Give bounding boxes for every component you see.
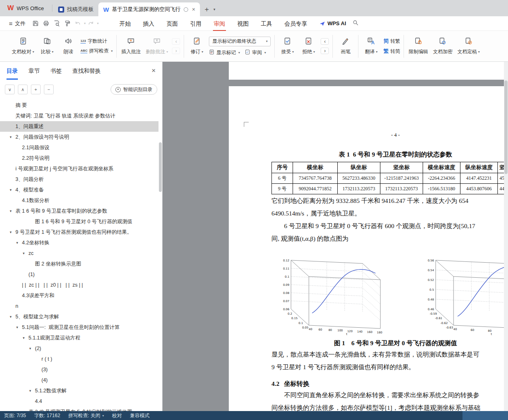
outline-item[interactable]: ▾5.1问题一: 观测卫星在任意时刻的位置计算 xyxy=(0,322,158,333)
outline-item[interactable]: 图 1 6 号和 9 号卫星对 0 号飞行器的观测值 xyxy=(0,216,158,227)
status-page[interactable]: 页面: 7/35 xyxy=(4,412,26,419)
sidebar-tab-toc[interactable]: 目录 xyxy=(7,62,18,80)
traditional-to-simplified-button[interactable]: 繁 转简 xyxy=(383,48,400,55)
restrict-editing-button[interactable]: 限制编辑 xyxy=(406,33,430,59)
outline-item[interactable]: 2.1问题假设 xyxy=(0,142,158,153)
wps-home-button[interactable]: W WPS Office xyxy=(0,0,51,16)
previous-comment-button[interactable]: ‹ xyxy=(172,38,180,45)
menu-tab-page[interactable]: 页面 xyxy=(161,16,184,31)
word-count-button[interactable]: 123 字数统计 xyxy=(80,38,113,45)
insert-comment-button[interactable]: 插入批注 xyxy=(119,33,143,59)
outline-item[interactable]: ▾5、模型建立与求解 xyxy=(0,311,158,322)
outline-item[interactable]: ▾表 1 6 号和 9 号卫星在零时刻的状态参数 xyxy=(0,206,158,216)
accept-revision-button[interactable]: 接受▾ xyxy=(277,33,297,59)
doc-proofread-button[interactable]: 文档校对▾ xyxy=(10,33,36,59)
track-changes-button[interactable]: 修订▾ xyxy=(187,33,207,59)
outline-item[interactable]: 表 2 (9 号观测卫星在 5 个特定时刻的三维位置 xyxy=(0,407,158,411)
document-area[interactable]: - 4 - 表 1 6 号和 9 号卫星在零时刻的状态参数 序号横坐标纵坐标竖坐… xyxy=(163,62,508,411)
outline-expand-icon[interactable]: ▾ xyxy=(10,132,12,142)
delete-comment-button[interactable]: 删除批注▾ xyxy=(143,33,170,59)
next-revision-button[interactable]: › xyxy=(321,48,329,54)
sidebar-scrollbar-thumb[interactable] xyxy=(159,142,162,192)
print-preview-button[interactable] xyxy=(52,19,62,28)
compare-button[interactable]: 比较▾ xyxy=(37,33,57,59)
tab-document-active[interactable]: W 基于卫星无源探测的空间飞行... × xyxy=(98,2,200,16)
menu-tab-insert[interactable]: 插入 xyxy=(137,16,161,31)
search-button[interactable] xyxy=(352,19,359,28)
outline-expand-icon[interactable]: ▾ xyxy=(10,227,12,237)
outline-item[interactable]: 4.3误差平方和 xyxy=(0,290,158,301)
outline-item[interactable]: i 号观测卫星对 j 号空间飞行器在观测坐标系 xyxy=(0,163,158,174)
outline-item[interactable]: ▾5.1.1观测卫星运动方程 xyxy=(0,333,158,343)
previous-revision-button[interactable]: ‹ xyxy=(321,38,329,45)
outline-item[interactable]: ▾zc xyxy=(0,248,158,259)
translate-button[interactable]: 文 翻译▾ xyxy=(361,33,381,59)
sidebar-close-icon[interactable]: × xyxy=(152,67,156,75)
collapse-all-button[interactable]: ∨ xyxy=(5,85,15,94)
status-compat-mode[interactable]: 兼容模式 xyxy=(130,412,150,419)
file-menu-button[interactable]: ≡ 文件 xyxy=(4,20,30,27)
sidebar-tab-chapter[interactable]: 章节 xyxy=(28,62,40,80)
outline-item[interactable]: ▾5.1.2数值求解 xyxy=(0,385,158,396)
outline-expand-icon[interactable]: ▾ xyxy=(29,385,31,396)
outline-item[interactable]: 1、问题重述 xyxy=(0,121,158,132)
undo-button[interactable] xyxy=(73,19,83,28)
tab-template[interactable]: 找稿壳模板 xyxy=(53,2,98,16)
sidebar-tab-bookmark[interactable]: 书签 xyxy=(50,62,62,80)
menu-tab-review[interactable]: 审阅 xyxy=(208,16,231,31)
expand-level-button[interactable]: + xyxy=(31,85,41,94)
outline-expand-icon[interactable]: ▾ xyxy=(16,237,18,248)
show-markup-button[interactable]: 显示标记▾ xyxy=(209,49,240,56)
outline-item[interactable]: 4.4 xyxy=(0,396,158,407)
outline-item[interactable]: r ( t ) xyxy=(0,354,158,364)
status-spellcheck[interactable]: 拼写检查: 关闭▾ xyxy=(68,412,104,419)
menu-tab-view[interactable]: 视图 xyxy=(231,16,255,31)
document-scrollbar-thumb[interactable] xyxy=(504,81,508,174)
outline-item[interactable]: | | zc | | | | z0 | | | | zs | | xyxy=(0,280,158,290)
outline-expand-icon[interactable]: ▾ xyxy=(23,333,25,343)
outline-item[interactable]: ▾9 号卫星对 1 号飞行器所测观测值也有同样的结果。 xyxy=(0,227,158,237)
outline-item[interactable]: 2.2符号说明 xyxy=(0,153,158,163)
outline-item[interactable]: 关键词: 卫星 飞行器 轨道 系统误差 参数估计 xyxy=(0,111,158,121)
outline-expand-icon[interactable]: ▾ xyxy=(16,322,18,333)
outline-item[interactable]: (1) xyxy=(0,269,158,280)
outline-item[interactable]: (3) xyxy=(0,364,158,375)
status-wordcount[interactable]: 字数: 17162 xyxy=(34,412,60,419)
outline-item[interactable]: (4) xyxy=(0,375,158,385)
finalize-document-button[interactable]: 文档定稿▾ xyxy=(455,33,482,59)
outline-item[interactable]: ▾(2) xyxy=(0,343,158,354)
review-button[interactable]: 审阅▾ xyxy=(245,49,266,56)
tab-list-caret-icon[interactable]: ▾ xyxy=(213,2,219,16)
outline-expand-icon[interactable]: ▾ xyxy=(29,343,31,354)
outline-expand-icon[interactable]: ▾ xyxy=(23,248,25,259)
menu-tab-member[interactable]: 会员专享 xyxy=(278,16,313,31)
outline-item[interactable]: n xyxy=(0,301,158,311)
outline-item[interactable]: 摘 要 xyxy=(0,100,158,111)
status-proofread[interactable]: 校对 xyxy=(112,412,122,419)
plot-right[interactable]: 0.560.540.520.50.480.46 -0.59-0.61-0.62-… xyxy=(424,248,508,337)
outline-expand-icon[interactable]: ▾ xyxy=(10,311,12,322)
outline-expand-icon[interactable]: ▾ xyxy=(10,185,12,195)
menu-tab-reference[interactable]: 引用 xyxy=(184,16,208,31)
document-page[interactable]: - 4 - 表 1 6 号和 9 号卫星在零时刻的状态参数 序号横坐标纵坐标竖坐… xyxy=(229,86,508,411)
spell-check-button[interactable]: ABC 拼写检查▾ xyxy=(80,48,113,54)
simplified-to-traditional-button[interactable]: 简 转繁 xyxy=(383,37,400,45)
read-aloud-button[interactable]: 朗读 xyxy=(58,33,78,59)
outline-expand-icon[interactable]: ▾ xyxy=(10,206,12,216)
figure-plots[interactable]: 0.120.110.10.090.080.070.06 0.20.150.10.… xyxy=(280,248,508,337)
menu-tab-home[interactable]: 开始 xyxy=(113,16,137,31)
smart-toc-button[interactable]: 智能识别目录 xyxy=(111,84,157,95)
outline-item[interactable]: ▾2、问题假设与符号说明 xyxy=(0,132,158,142)
next-comment-button[interactable]: › xyxy=(172,48,180,54)
outline-item[interactable]: ▾4、模型准备 xyxy=(0,185,158,195)
encrypt-document-button[interactable]: 文档加密 xyxy=(431,33,454,59)
new-tab-button[interactable]: ＋ xyxy=(200,2,213,16)
reject-revision-button[interactable]: 拒绝▾ xyxy=(298,33,319,59)
outline-item[interactable]: 4.1数据分析 xyxy=(0,195,158,206)
print-button[interactable] xyxy=(41,19,52,28)
format-painter-button[interactable] xyxy=(62,19,73,28)
redo-button[interactable] xyxy=(86,19,96,28)
outline-item[interactable]: 图 2 坐标转换示意图 xyxy=(0,259,158,269)
document-scrollbar[interactable] xyxy=(504,62,508,411)
redo-caret-icon[interactable]: ▾ xyxy=(97,22,99,25)
